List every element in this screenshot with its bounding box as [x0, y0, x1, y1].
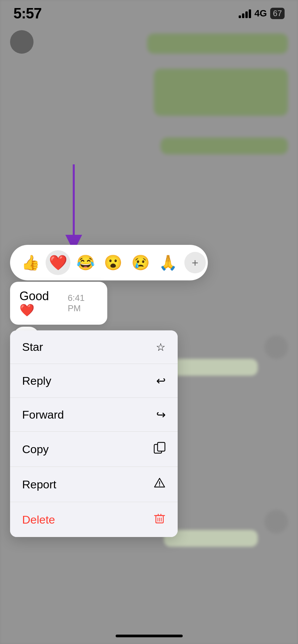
reply-icon: ↩: [156, 374, 166, 387]
emoji-laugh[interactable]: 😂: [73, 250, 98, 275]
report-icon: [154, 477, 166, 492]
message-bubble: Good❤️ 6:41 PM: [10, 282, 107, 325]
arrow-icon: [60, 164, 87, 252]
home-indicator: [116, 635, 183, 637]
menu-item-star-label: Star: [22, 340, 43, 354]
menu-item-delete[interactable]: Delete: [10, 502, 178, 537]
message-text: Good❤️: [19, 289, 61, 317]
menu-item-copy-label: Copy: [22, 443, 49, 456]
emoji-cry[interactable]: 😢: [128, 250, 153, 275]
delete-icon: [154, 512, 166, 527]
menu-item-report[interactable]: Report: [10, 467, 178, 502]
message-time: 6:41 PM: [68, 293, 98, 314]
bg-bubble-left-2: [164, 530, 258, 547]
menu-item-forward-label: Forward: [22, 408, 64, 421]
copy-icon: [154, 442, 166, 457]
menu-item-reply[interactable]: Reply ↩: [10, 364, 178, 398]
emoji-more-button[interactable]: +: [184, 252, 206, 273]
forward-icon: ↪: [156, 408, 166, 421]
svg-point-5: [159, 485, 160, 486]
emoji-pray[interactable]: 🙏: [156, 250, 180, 275]
bg-right-avatar-2: [264, 510, 288, 533]
emoji-thumbsup[interactable]: 👍: [18, 250, 43, 275]
menu-item-forward[interactable]: Forward ↪: [10, 398, 178, 432]
menu-item-report-label: Report: [22, 478, 56, 491]
emoji-wow[interactable]: 😮: [101, 250, 125, 275]
svg-rect-3: [158, 442, 165, 451]
emoji-heart[interactable]: ❤️: [46, 250, 70, 275]
menu-item-star[interactable]: Star ☆: [10, 330, 178, 364]
menu-item-reply-label: Reply: [22, 374, 51, 387]
emoji-picker: 👍 ❤️ 😂 😮 😢 🙏 +: [10, 245, 208, 280]
context-menu: Star ☆ Reply ↩ Forward ↪ Copy Report Del…: [10, 330, 178, 537]
menu-item-delete-label: Delete: [22, 513, 55, 526]
emoji-plus-icon: +: [192, 256, 198, 269]
menu-item-copy[interactable]: Copy: [10, 432, 178, 467]
star-icon: ☆: [156, 341, 166, 354]
arrow-annotation: [60, 164, 87, 253]
bg-right-avatar-1: [264, 335, 288, 359]
